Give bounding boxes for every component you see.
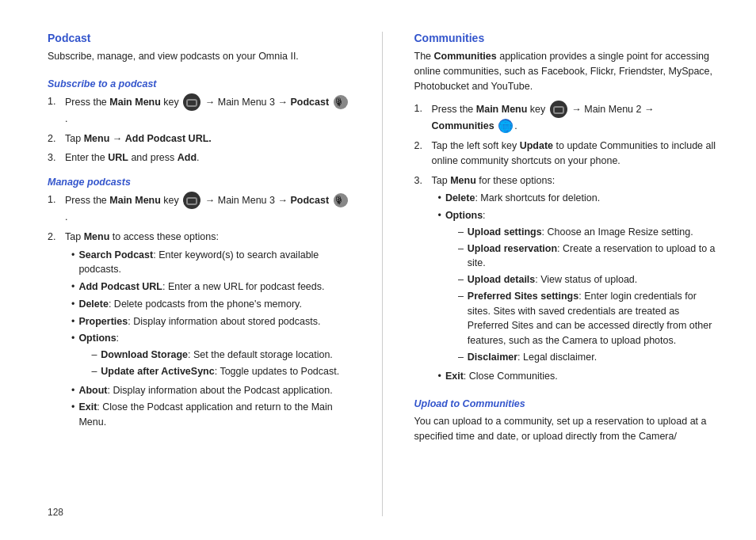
main-menu-icon-3 — [550, 101, 567, 118]
podcast-icon-2: 🎙 — [334, 193, 348, 207]
podcast-section-title: Podcast — [48, 32, 350, 44]
manage-steps: 1. Press the Main Menu key → Main Menu 3… — [48, 192, 350, 437]
main-menu-icon-1 — [183, 93, 200, 111]
options-sub-bullets: Download Storage: Set the default storag… — [78, 348, 339, 379]
bullet-about: About: Display information about the Pod… — [71, 383, 350, 398]
page-number: 128 — [48, 507, 63, 518]
sub-upload-settings: Upload settings: Choose an Image Resize … — [458, 225, 716, 240]
subscribe-step-1: 1. Press the Main Menu key → Main Menu 3… — [48, 94, 350, 127]
bullet-search-podcast: Search Podcast: Enter keyword(s) to sear… — [71, 248, 350, 278]
column-divider — [382, 32, 383, 516]
left-column: Podcast Subscribe, manage, and view podc… — [48, 32, 350, 516]
bullet-comm-exit: Exit: Close Communities. — [438, 369, 717, 384]
subscribe-step-2: 2. Tap Menu → Add Podcast URL. — [48, 131, 350, 146]
communities-step-3: 3. Tap Menu for these options: Delete: M… — [414, 173, 717, 386]
sub-update-activesync: Update after ActiveSync: Toggle updates … — [91, 364, 339, 379]
sub-disclaimer: Disclaimer: Legal disclaimer. — [458, 350, 716, 365]
communities-step-1: 1. Press the Main Menu key → Main Menu 2… — [414, 101, 717, 134]
bullet-properties: Properties: Display information about st… — [71, 314, 350, 329]
manage-heading: Manage podcasts — [48, 177, 350, 188]
sub-preferred-sites: Preferred Sites settings: Enter login cr… — [458, 289, 716, 348]
subscribe-steps: 1. Press the Main Menu key → Main Menu 3… — [48, 94, 350, 170]
bullet-delete: Delete: Delete podcasts from the phone's… — [71, 297, 350, 312]
communities-bullets: Delete: Mark shortcuts for deletion. Opt… — [432, 191, 717, 383]
subscribe-step-3: 3. Enter the URL and press Add. — [48, 150, 350, 165]
communities-step-2: 2. Tap the left soft key Update to updat… — [414, 139, 717, 169]
bullet-comm-options: Options: Upload settings: Choose an Imag… — [438, 208, 717, 367]
bullet-add-podcast-url: Add Podcast URL: Enter a new URL for pod… — [71, 280, 350, 295]
upload-communities-text: You can upload to a community, set up a … — [414, 414, 717, 444]
podcast-icon-1: 🎙 — [334, 95, 348, 109]
manage-step-1: 1. Press the Main Menu key → Main Menu 3… — [48, 192, 350, 225]
manage-step-2: 2. Tap Menu to access these options: Sea… — [48, 230, 350, 432]
manage-bullets: Search Podcast: Enter keyword(s) to sear… — [65, 248, 350, 430]
sub-upload-reservation: Upload reservation: Create a reservation… — [458, 241, 716, 272]
sub-upload-details: Upload details: View status of upload. — [458, 272, 716, 287]
main-menu-icon-2 — [183, 192, 200, 209]
subscribe-heading: Subscribe to a podcast — [48, 78, 350, 89]
bullet-comm-delete: Delete: Mark shortcuts for deletion. — [438, 191, 717, 206]
communities-intro: The Communities application provides a s… — [414, 49, 717, 93]
communities-icon: 🌐 — [498, 119, 513, 133]
podcast-intro: Subscribe, manage, and view podcasts on … — [48, 49, 350, 64]
comm-options-sub-bullets: Upload settings: Choose an Image Resize … — [445, 225, 716, 365]
bullet-exit: Exit: Close the Podcast application and … — [71, 400, 350, 430]
communities-steps: 1. Press the Main Menu key → Main Menu 2… — [414, 101, 717, 390]
sub-download-storage: Download Storage: Set the default storag… — [91, 348, 339, 363]
right-column: Communities The Communities application … — [414, 32, 717, 516]
bullet-options: Options: Download Storage: Set the defau… — [71, 331, 350, 380]
upload-communities-heading: Upload to Communities — [414, 398, 717, 409]
communities-section-title: Communities — [414, 32, 717, 44]
